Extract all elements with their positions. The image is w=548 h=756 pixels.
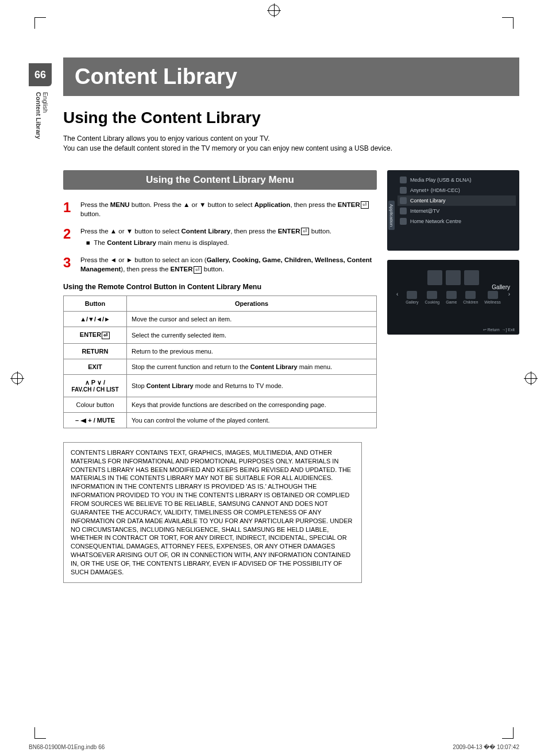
step-text: main menu is displayed. [156,239,229,246]
step-text: button. [80,210,101,217]
category-icon [465,291,476,299]
table-header-cell: Button [64,296,127,312]
step-number: 3 [63,253,75,274]
osd-thumb [427,270,442,285]
osd-category: Game [446,291,457,304]
table-op-cell: Move the cursor and select an item. [127,312,377,327]
step-number: 2 [63,224,75,247]
table-header-row: Button Operations [64,296,377,312]
menu-item-icon [400,176,407,183]
step-number: 1 [63,198,75,218]
osd-gallery-label: Gallery [492,284,510,290]
step-bold: ENTER [171,266,193,273]
enter-icon: ⏎ [361,201,369,209]
menu-item-icon [400,208,407,214]
intro-line: The Content Library allows you to enjoy … [63,134,519,144]
chevron-left-icon: ‹ [395,291,399,304]
enter-icon: ⏎ [301,228,309,235]
step-text: Press the ▲ or ▼ button to select [80,228,182,235]
osd-category: Wellness [484,291,500,304]
osd-menu-item: Home Network Centre [398,216,516,227]
category-icon [407,291,417,299]
p-channel-icon: ∧ P ∨ / [68,379,122,386]
table-op-cell: Stop the current function and return to … [127,359,377,374]
crop-mark-icon [502,738,514,739]
step-body: Press the MENU button. Press the ▲ or ▼ … [80,198,377,218]
table-row: ∧ P ∨ / FAV.CH / CH LIST Stop Content Li… [64,374,377,397]
osd-menu-item: Media Play (USB & DLNA) [398,175,516,185]
table-op-cell: Select the currently selected item. [127,327,377,344]
step-text: button. [310,228,331,235]
category-icon [446,291,457,299]
footer-right: 2009-04-13 �� 10:07:42 [453,744,519,750]
controls-table: Button Operations ▲/▼/◄/► Move the curso… [63,296,377,428]
step-item: 2 Press the ▲ or ▼ button to select Cont… [63,224,377,247]
table-row: Colour button Keys that provide function… [64,397,377,412]
table-op-cell: You can control the volume of the played… [127,412,377,428]
favch-label: FAV.CH / CH LIST [68,386,122,393]
table-op-cell: Stop Content Library mode and Returns to… [127,374,377,397]
table-button-cell: EXIT [64,359,127,374]
mute-label: / MUTE [92,417,115,424]
intro-text: The Content Library allows you to enjoy … [63,134,519,154]
table-row: – + / MUTE You can control the volume of… [64,412,377,428]
inner-heading-bar: Using the Content Library Menu [63,170,377,190]
table-row: ▲/▼/◄/► Move the cursor and select an it… [64,312,377,327]
crop-mark-icon [513,17,514,29]
intro-line: You can use the default content stored i… [63,144,519,153]
category-icon [488,291,498,299]
osd-menu-item: Internet@TV [398,206,516,216]
enter-icon: ⏎ [102,332,110,339]
crop-mark-icon [34,17,46,18]
registration-mark-icon [11,373,23,384]
osd-menu-screenshot: Application Media Play (USB & DLNA) Anyn… [387,170,519,251]
print-footer: BN68-01900M-01Eng.indb 66 2009-04-13 �� … [29,744,519,750]
osd-thumb [464,270,479,285]
step-bold: Content Library [107,239,156,246]
table-button-cell: RETURN [64,343,127,359]
vol-minus-label: – [75,417,80,424]
registration-mark-icon [268,5,280,16]
step-body: Press the ▲ or ▼ button to select Conten… [80,224,377,247]
step-text: The [94,239,107,246]
step-text: button. [202,266,224,273]
step-body: Press the ◄ or ► button to select an ico… [80,253,377,274]
step-bold: ENTER [278,228,300,235]
table-row: RETURN Return to the previous menu. [64,343,377,359]
registration-mark-icon [525,373,537,384]
table-op-cell: Return to the previous menu. [127,343,377,359]
section-heading: Using the Content Library [63,109,519,127]
crop-mark-icon [513,727,514,739]
osd-category: Gallery [406,291,418,304]
category-icon [427,291,437,299]
osd-menu-item: Anynet+ (HDMI-CEC) [398,185,516,195]
step-text: button. Press the ▲ or ▼ button to selec… [130,201,254,208]
side-labels: English Content Library [32,92,49,139]
crop-mark-icon [34,738,46,739]
step-bold: MENU [110,201,130,208]
crop-mark-icon [34,17,35,29]
table-button-cell: ∧ P ∨ / FAV.CH / CH LIST [64,374,127,397]
osd-preview-row [392,270,515,285]
step-item: 3 Press the ◄ or ► button to select an i… [63,253,377,274]
step-text: Press the [80,201,110,208]
vol-plus-label: + [86,417,91,424]
table-row: ENTER⏎ Select the currently selected ite… [64,327,377,344]
disclaimer-box: CONTENTS LIBRARY CONTAINS TEXT, GRAPHICS… [63,442,362,583]
side-section-label: Content Library [35,92,42,139]
osd-category: Children [463,291,478,304]
osd-category-row: ‹ Gallery Cooking Game Children Wellness… [392,289,515,304]
table-row: EXIT Stop the current function and retur… [64,359,377,374]
side-language-label: English [42,92,49,129]
table-header-cell: Operations [127,296,377,312]
crop-mark-icon [34,727,35,739]
osd-application-tab: Application [388,201,395,230]
table-button-cell: – + / MUTE [64,412,127,428]
menu-item-icon [400,197,407,204]
step-bold: ENTER [338,201,360,208]
osd-footer: ↩ Return →] Exit [483,328,515,332]
volume-icon [80,419,86,423]
osd-thumb [446,270,461,285]
step-text: , then press the [290,201,337,208]
table-op-cell: Keys that provide functions are describe… [127,397,377,412]
